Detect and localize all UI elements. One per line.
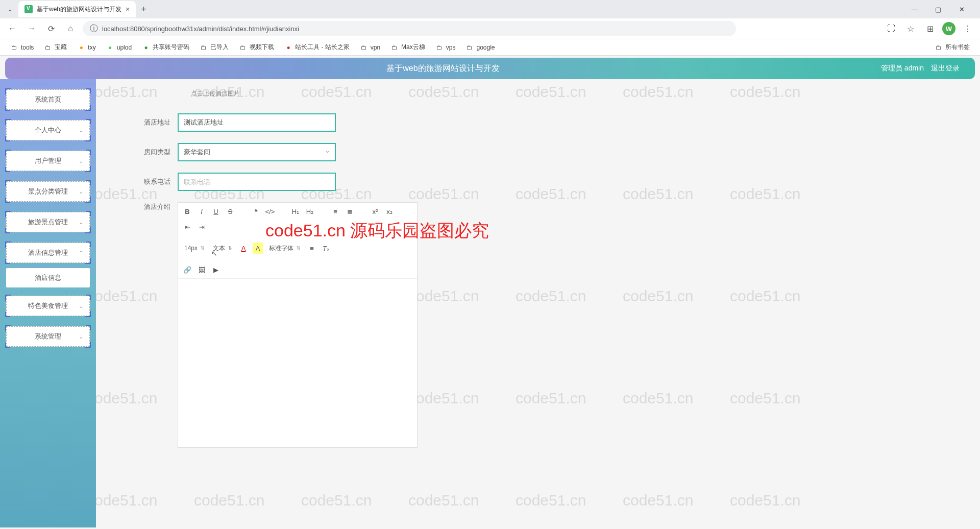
sidebar-item-3[interactable]: 景点分类管理⌄ [6, 181, 90, 202]
sidebar-item-label: 个人中心 [35, 126, 61, 135]
bookmark-item[interactable]: 🗀tools [6, 41, 38, 54]
subscript-icon[interactable]: x₂ [384, 206, 395, 217]
url-input[interactable]: ⓘ localhost:8080/springboothw31x/admin/d… [83, 21, 736, 36]
chevron-down-icon: ⌄ [79, 127, 83, 134]
app-viewport: code51.cncode51.cncode51.cncode51.cncode… [0, 58, 980, 529]
code-icon[interactable]: </> [265, 206, 275, 217]
sidebar-item-6[interactable]: 特色美食管理⌄ [6, 296, 90, 316]
url-text: localhost:8080/springboothw31x/admin/dis… [102, 25, 299, 33]
new-tab-button[interactable]: + [141, 4, 146, 15]
bookmark-item[interactable]: 🗀Max云梯 [386, 41, 429, 54]
minimize-button[interactable]: — [908, 2, 922, 16]
link-icon[interactable]: 🔗 [182, 264, 192, 275]
chevron-down-icon: ⌄ [79, 303, 83, 309]
room-type-select[interactable] [178, 143, 336, 161]
back-button[interactable]: ← [5, 21, 19, 36]
sidebar-item-0[interactable]: 系统首页 [6, 89, 90, 110]
home-button[interactable]: ⌂ [63, 21, 78, 36]
bookmark-item[interactable]: 🗀vps [431, 41, 460, 54]
folder-icon: 🗀 [465, 43, 474, 52]
sidebar-item-label: 酒店信息管理 [28, 248, 68, 257]
extensions-icon[interactable]: ⊞ [923, 21, 937, 36]
sidebar-item-4[interactable]: 旅游景点管理⌄ [6, 212, 90, 232]
sidebar-item-label: 景点分类管理 [28, 187, 68, 196]
sidebar-item-label: 用户管理 [35, 156, 61, 165]
folder-icon: 🗀 [239, 43, 247, 52]
font-family-select[interactable]: 标准字体 [267, 244, 303, 253]
bookmark-item[interactable]: ●站长工具 - 站长之家 [280, 41, 354, 54]
install-icon[interactable]: ⛶ [884, 21, 898, 36]
h1-icon[interactable]: H₁ [290, 206, 301, 217]
strike-icon[interactable]: S [225, 206, 235, 217]
overlay-watermark-text: code51.cn 源码乐园盗图必究 [265, 219, 489, 243]
bg-color-icon[interactable]: A [253, 243, 263, 254]
image-icon[interactable]: 🖼 [197, 264, 207, 275]
forward-button[interactable]: → [24, 21, 39, 36]
all-bookmarks[interactable]: 🗀 所有书签 [930, 41, 974, 54]
quote-icon[interactable]: ❝ [251, 206, 261, 217]
site-info-icon[interactable]: ⓘ [90, 23, 98, 34]
sidebar: 系统首页个人中心⌄用户管理⌄景点分类管理⌄旅游景点管理⌄酒店信息管理⌃酒店信息特… [0, 79, 96, 527]
bookmark-bar: 🗀tools🗀宝藏●txy●uplod●共享账号密码🗀已导入🗀视频下载●站长工具… [0, 39, 980, 55]
sidebar-item-2[interactable]: 用户管理⌄ [6, 151, 90, 171]
address-label: 酒店地址 [111, 118, 178, 127]
address-input[interactable] [178, 113, 336, 132]
bookmark-item[interactable]: 🗀视频下载 [235, 41, 278, 54]
font-color-icon[interactable]: A [238, 243, 249, 254]
video-icon[interactable]: ▶ [211, 264, 221, 275]
logout-link[interactable]: 退出登录 [931, 64, 960, 73]
sidebar-subitem-active[interactable]: 酒店信息 [6, 268, 90, 287]
underline-icon[interactable]: U [211, 206, 221, 217]
bookmark-item[interactable]: 🗀宝藏 [40, 41, 71, 54]
bookmark-item[interactable]: ●uplod [102, 41, 136, 54]
folder-icon: 🗀 [435, 43, 444, 52]
chevron-down-icon: ⌄ [79, 188, 83, 195]
form-area: 点击上传酒店图片 酒店地址 房间类型 联系电话 酒店介绍 B [96, 79, 980, 527]
sidebar-item-label: 特色美食管理 [28, 301, 68, 310]
favicon [24, 5, 33, 13]
sidebar-item-label: 系统管理 [35, 332, 61, 341]
align-icon[interactable]: ≡ [307, 243, 317, 254]
room-type-label: 房间类型 [111, 148, 178, 157]
sidebar-item-label: 系统首页 [35, 95, 61, 104]
app-header: 基于web的旅游网站设计与开发 管理员 admin 退出登录 [5, 58, 975, 79]
tab-close-icon[interactable]: × [126, 5, 130, 13]
editor-content[interactable] [178, 279, 417, 447]
outdent-icon[interactable]: ⇤ [182, 221, 192, 232]
bookmark-item[interactable]: ●共享账号密码 [138, 41, 193, 54]
bookmark-item[interactable]: ●txy [73, 41, 100, 54]
clear-format-icon[interactable]: Tₓ [321, 243, 331, 254]
font-size-select[interactable]: 14px [182, 245, 207, 252]
bookmark-item[interactable]: 🗀google [461, 41, 499, 54]
maximize-button[interactable]: ▢ [931, 2, 945, 16]
folder-icon: 🗀 [935, 43, 943, 52]
italic-icon[interactable]: I [197, 206, 207, 217]
cursor-icon: ↖ [211, 249, 217, 257]
close-window-button[interactable]: ✕ [954, 2, 969, 16]
sidebar-item-7[interactable]: 系统管理⌄ [6, 326, 90, 347]
browser-chrome: ⌄ 基于web的旅游网站设计与开发 × + — ▢ ✕ ← → ⟳ ⌂ ⓘ lo… [0, 0, 980, 56]
address-bar: ← → ⟳ ⌂ ⓘ localhost:8080/springboothw31x… [0, 18, 980, 39]
superscript-icon[interactable]: x² [370, 206, 380, 217]
folder-icon: 🗀 [10, 43, 18, 52]
h2-icon[interactable]: H₂ [305, 206, 315, 217]
bold-icon[interactable]: B [182, 206, 192, 217]
folder-icon: 🗀 [44, 43, 52, 52]
tab-search-icon[interactable]: ⌄ [4, 4, 15, 15]
menu-icon[interactable]: ⋮ [961, 21, 975, 36]
unordered-list-icon[interactable]: ≣ [345, 206, 355, 217]
sidebar-item-5[interactable]: 酒店信息管理⌃ [6, 243, 90, 263]
bookmark-item[interactable]: 🗀vpn [356, 41, 384, 54]
browser-tab[interactable]: 基于web的旅游网站设计与开发 × [18, 1, 136, 17]
sidebar-item-1[interactable]: 个人中心⌄ [6, 120, 90, 140]
phone-input[interactable] [178, 173, 336, 191]
site-icon: ● [284, 43, 292, 52]
bookmark-star-icon[interactable]: ☆ [903, 21, 918, 36]
indent-icon[interactable]: ⇥ [197, 221, 207, 232]
ordered-list-icon[interactable]: ≡ [330, 206, 340, 217]
upload-hint[interactable]: 点击上传酒店图片 [191, 89, 965, 98]
profile-avatar[interactable]: W [942, 22, 955, 35]
bookmark-item[interactable]: 🗀已导入 [195, 41, 233, 54]
reload-button[interactable]: ⟳ [44, 21, 58, 36]
chevron-down-icon: ⌄ [79, 219, 83, 226]
